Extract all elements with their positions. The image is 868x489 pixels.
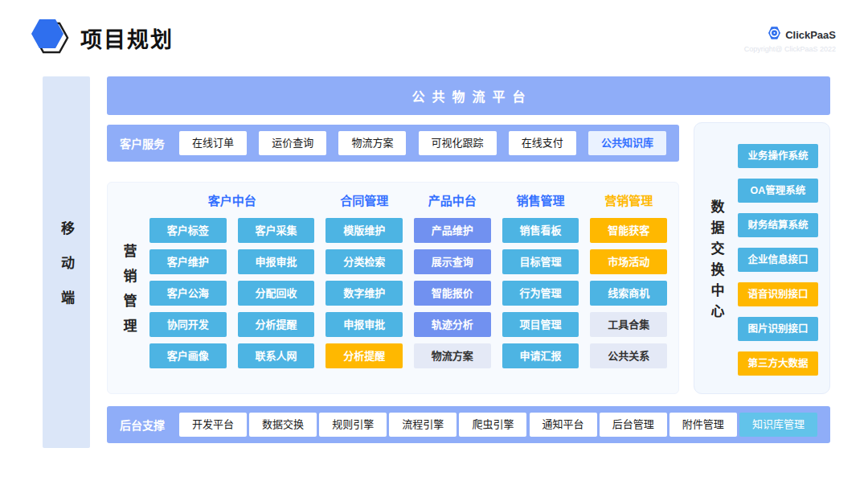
customer-service-items: 在线订单运价查询物流方案可视化跟踪在线支付公共知识库	[179, 131, 666, 155]
page: 项目规划 ClickPaaS Copyright@ ClickPaaS 2022…	[0, 0, 868, 489]
data-exchange-chip[interactable]: 语音识别接口	[738, 282, 818, 306]
backend-chip[interactable]: 知识库管理	[739, 413, 817, 437]
matrix-cell[interactable]: 展示查询	[414, 249, 491, 274]
backend-chip[interactable]: 数据交换	[249, 413, 317, 437]
matrix-cell[interactable]: 轨迹分析	[414, 312, 491, 337]
matrix-cells: 客户标签客户采集模版维护产品维护销售看板智能获客客户维护申报审批分类检索展示查询…	[149, 218, 667, 368]
data-exchange-panel: 数据交换中心 业务操作系统OA管理系统财务结算系统企业信息接口语音识别接口图片识…	[694, 122, 830, 394]
data-exchange-chip[interactable]: 企业信息接口	[738, 248, 818, 272]
page-title: 项目规划	[80, 23, 174, 54]
customer-service-row: 客户服务 在线订单运价查询物流方案可视化跟踪在线支付公共知识库	[107, 125, 679, 162]
backend-chip[interactable]: 附件管理	[669, 413, 737, 437]
matrix-cell[interactable]: 客户画像	[149, 343, 227, 368]
customer-service-chip[interactable]: 公共知识库	[588, 131, 666, 155]
matrix-cell[interactable]: 客户公海	[149, 281, 227, 306]
matrix-cell[interactable]: 申报审批	[326, 312, 403, 337]
customer-service-chip[interactable]: 运价查询	[259, 131, 326, 155]
backend-chip[interactable]: 爬虫引擎	[459, 413, 526, 437]
data-exchange-chip[interactable]: OA管理系统	[738, 179, 818, 203]
backend-support-row: 后台支撑 开发平台数据交换规则引擎流程引擎爬虫引擎通知平台后台管理附件管理知识库…	[107, 406, 830, 443]
matrix-area: 客户中台合同管理产品中台销售管理营销管理 客户标签客户采集模版维护产品维护销售看…	[149, 183, 678, 393]
data-exchange-chip[interactable]: 第三方大数据	[738, 351, 818, 376]
mobile-side-label: 移动端	[56, 221, 76, 325]
customer-service-chip[interactable]: 可视化跟踪	[419, 131, 497, 155]
matrix-cell[interactable]: 客户标签	[149, 218, 227, 243]
matrix-cell[interactable]: 协同开发	[149, 312, 227, 337]
marketing-side-label: 营销管理	[119, 244, 139, 343]
data-exchange-chip[interactable]: 业务操作系统	[738, 144, 818, 168]
matrix-cell[interactable]: 智能报价	[414, 281, 491, 306]
backend-chip[interactable]: 开发平台	[179, 413, 247, 437]
matrix-column-header: 合同管理	[326, 191, 403, 212]
customer-service-chip[interactable]: 在线订单	[179, 131, 247, 155]
matrix-cell[interactable]: 分析提醒	[238, 312, 315, 337]
backend-chip[interactable]: 规则引擎	[319, 413, 387, 437]
marketing-matrix-panel: 营销管理 客户中台合同管理产品中台销售管理营销管理 客户标签客户采集模版维护产品…	[107, 182, 679, 394]
matrix-cell[interactable]: 分析提醒	[326, 343, 403, 368]
platform-banner: 公共物流平台	[107, 76, 830, 115]
hexagon-logo-icon	[29, 16, 69, 58]
backend-chip[interactable]: 流程引擎	[389, 413, 457, 437]
matrix-cell[interactable]: 销售看板	[502, 218, 579, 243]
data-exchange-side: 数据交换中心	[694, 123, 738, 393]
clickpaas-logo-icon	[768, 26, 781, 43]
matrix-cell[interactable]: 数字维护	[326, 281, 403, 306]
matrix-cell[interactable]: 客户采集	[238, 218, 315, 243]
backend-chip[interactable]: 通知平台	[530, 413, 597, 437]
matrix-cell[interactable]: 公共关系	[590, 343, 667, 368]
matrix-cell[interactable]: 申请汇报	[502, 343, 579, 368]
data-exchange-label: 数据交换中心	[706, 199, 727, 325]
matrix-cell[interactable]: 项目管理	[502, 312, 579, 337]
matrix-cell[interactable]: 工具合集	[590, 312, 667, 337]
matrix-cell[interactable]: 线索商机	[590, 281, 667, 306]
data-exchange-chip[interactable]: 图片识别接口	[738, 317, 818, 341]
matrix-cell[interactable]: 客户维护	[149, 249, 227, 274]
matrix-cell[interactable]: 分配回收	[238, 281, 315, 306]
backend-chip[interactable]: 后台管理	[600, 413, 667, 437]
matrix-cell[interactable]: 申报审批	[238, 249, 315, 274]
matrix-cell[interactable]: 目标管理	[502, 249, 579, 274]
matrix-cell[interactable]: 分类检索	[326, 249, 403, 274]
matrix-column-header: 客户中台	[149, 191, 314, 212]
customer-service-chip[interactable]: 物流方案	[338, 131, 406, 155]
data-exchange-items: 业务操作系统OA管理系统财务结算系统企业信息接口语音识别接口图片识别接口第三方大…	[738, 123, 829, 393]
backend-support-label: 后台支撑	[120, 417, 165, 433]
matrix-cell[interactable]: 智能获客	[590, 218, 667, 243]
matrix-cell[interactable]: 市场活动	[590, 249, 667, 274]
customer-service-chip[interactable]: 在线支付	[509, 131, 576, 155]
matrix-cell[interactable]: 产品维护	[414, 218, 491, 243]
matrix-cell[interactable]: 模版维护	[326, 218, 403, 243]
matrix-cell[interactable]: 物流方案	[414, 343, 491, 368]
brand-block: ClickPaaS Copyright@ ClickPaaS 2022	[744, 26, 836, 53]
brand-name: ClickPaaS	[785, 29, 836, 41]
matrix-column-header: 营销管理	[590, 191, 667, 212]
customer-service-label: 客户服务	[120, 135, 165, 151]
mobile-side-bar: 移动端	[43, 76, 90, 448]
copyright-text: Copyright@ ClickPaaS 2022	[744, 45, 836, 53]
marketing-side: 营销管理	[108, 183, 149, 393]
matrix-column-header: 销售管理	[502, 191, 579, 212]
matrix-column-header: 产品中台	[414, 191, 491, 212]
platform-banner-label: 公共物流平台	[404, 86, 532, 105]
matrix-cell[interactable]: 联系人网	[238, 343, 315, 368]
backend-support-items: 开发平台数据交换规则引擎流程引擎爬虫引擎通知平台后台管理附件管理知识库管理	[179, 413, 817, 437]
matrix-cell[interactable]: 行为管理	[502, 281, 579, 306]
matrix-headers: 客户中台合同管理产品中台销售管理营销管理	[149, 191, 667, 212]
data-exchange-chip[interactable]: 财务结算系统	[738, 213, 818, 237]
